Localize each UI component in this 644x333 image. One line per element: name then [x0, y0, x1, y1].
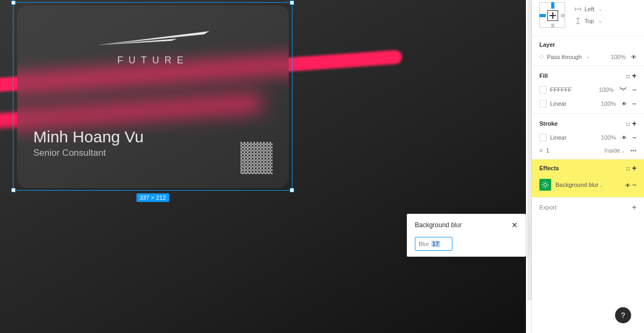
visibility-icon[interactable] [621, 100, 627, 107]
popover-title: Background blur [415, 221, 462, 229]
visibility-icon[interactable] [621, 134, 627, 141]
person-title: Senior Consultant [33, 148, 106, 158]
constraints-widget[interactable] [539, 2, 565, 28]
stroke-weight-input[interactable]: ≡ 1 [539, 147, 550, 154]
blur-label: Blur [419, 241, 429, 247]
stroke-opacity[interactable]: 100% [601, 134, 616, 141]
style-icon[interactable]: ∷ [626, 121, 631, 127]
remove-stroke-button[interactable]: − [632, 133, 636, 142]
fill-section-title: Fill [539, 73, 548, 79]
export-section-title: Export [539, 204, 557, 211]
style-icon[interactable]: ∷ [626, 74, 631, 79]
effects-section: Effects ∷ + Background blur⌄ − [532, 160, 644, 198]
resize-handle-tr[interactable] [290, 1, 294, 5]
background-blur-popover[interactable]: Background blur ✕ Blur 17 [407, 214, 526, 257]
layer-section-title: Layer [539, 41, 636, 48]
svg-line-5 [543, 182, 544, 183]
effect-type-select[interactable]: Background blur⌄ [555, 182, 603, 188]
blend-mode-select[interactable]: ◇ Pass through⌄ [539, 53, 590, 60]
stroke-position-select[interactable]: Inside⌄ [604, 147, 625, 154]
svg-line-8 [547, 182, 548, 183]
logo-mark [33, 27, 273, 50]
fill-opacity[interactable]: 100% [599, 86, 614, 93]
stroke-section-title: Stroke [539, 120, 558, 127]
add-fill-button[interactable]: + [632, 71, 636, 80]
brand-name: FUTURE [33, 55, 273, 66]
scrollbar[interactable] [528, 0, 532, 301]
fill-hex[interactable]: FFFFFF [550, 86, 572, 93]
canvas[interactable]: FUTURE Minh Hoang Vu Senior Consultant 3… [0, 0, 526, 333]
blur-value[interactable]: 17 [431, 241, 440, 247]
fill-opacity[interactable]: 100% [601, 100, 616, 107]
fill-type[interactable]: Linear [550, 100, 567, 107]
constraints-section: Left⌄ Top⌄ [532, 0, 644, 36]
fill-swatch[interactable] [539, 86, 547, 93]
business-card-frame[interactable]: FUTURE Minh Hoang Vu Senior Consultant [17, 5, 289, 188]
stroke-type[interactable]: Linear [550, 134, 567, 141]
layer-section: Layer ◇ Pass through⌄ 100% [532, 36, 644, 66]
fill-swatch[interactable] [539, 100, 547, 107]
constraint-h-select[interactable]: Left⌄ [575, 6, 602, 12]
add-stroke-button[interactable]: + [632, 119, 636, 128]
effects-section-title: Effects [539, 165, 559, 171]
add-effect-button[interactable]: + [632, 164, 636, 172]
remove-effect-button[interactable]: − [632, 180, 636, 189]
visibility-hidden-icon[interactable] [619, 86, 627, 93]
resize-handle-bl[interactable] [11, 188, 16, 192]
svg-line-6 [547, 187, 548, 188]
export-section: Export + [532, 198, 644, 217]
fill-section: Fill ∷ + FFFFFF 100% − Linear 100% − [532, 66, 644, 114]
add-export-button[interactable]: + [632, 203, 636, 212]
svg-point-0 [544, 183, 547, 186]
svg-line-7 [543, 187, 544, 188]
resize-handle-tl[interactable] [11, 1, 16, 5]
layer-opacity[interactable]: 100% [611, 54, 626, 60]
help-button[interactable]: ? [615, 307, 631, 323]
resize-handle-br[interactable] [290, 188, 294, 192]
blur-input[interactable]: Blur 17 [415, 237, 452, 251]
qr-code [240, 142, 273, 174]
stroke-swatch[interactable] [539, 134, 547, 141]
constraint-v-select[interactable]: Top⌄ [575, 18, 602, 24]
inspector-panel: Left⌄ Top⌄ Layer ◇ Pass through⌄ 100% Fi… [531, 0, 644, 333]
visibility-icon[interactable] [625, 182, 631, 189]
remove-fill-button[interactable]: − [632, 85, 636, 94]
stroke-advanced-button[interactable]: ••• [630, 147, 636, 154]
person-name: Minh Hoang Vu [33, 128, 144, 146]
close-icon[interactable]: ✕ [511, 221, 518, 229]
visibility-icon[interactable] [631, 54, 636, 60]
style-icon[interactable]: ∷ [626, 166, 631, 172]
selection-dimensions-badge[interactable]: 337 × 212 [136, 193, 169, 202]
stroke-section: Stroke ∷ + Linear 100% − ≡ 1 Inside⌄ ••• [532, 114, 644, 160]
remove-fill-button[interactable]: − [632, 99, 636, 108]
effect-settings-button[interactable] [539, 179, 551, 191]
